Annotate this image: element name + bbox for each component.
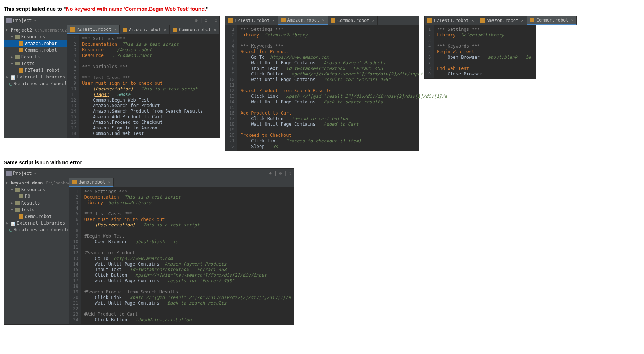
divider-icon: | xyxy=(200,18,202,23)
tab-label: Common.robot xyxy=(536,17,569,23)
code-content[interactable]: *** Settings ***Documentation This is a … xyxy=(79,35,206,138)
close-icon[interactable]: × xyxy=(114,27,117,32)
project-label: Project xyxy=(13,18,32,23)
tree-file-amazon[interactable]: Amazon.robot xyxy=(4,40,67,47)
toolbar: Project ▼ ⊕ | ⚙ | ↧ xyxy=(4,16,219,25)
close-icon[interactable]: × xyxy=(571,18,574,23)
tree-folder-tests[interactable]: ▼Tests xyxy=(4,60,67,67)
ide-panel-1: Project ▼ ⊕ | ⚙ | ↧ ▼Project2C:\JoanMac\… xyxy=(4,16,220,138)
tree-project-root[interactable]: ▼Project2C:\JoanMac\02 Work Files\04 xyxy=(4,27,67,33)
folder-label: Tests xyxy=(21,61,35,66)
gear-icon[interactable]: ⚙ xyxy=(279,171,282,176)
close-icon[interactable]: × xyxy=(471,18,474,23)
code-editor[interactable]: 12345678910111213141516171819202122 *** … xyxy=(225,25,419,151)
code-editor[interactable]: 123456789 *** Settings ***Library Seleni… xyxy=(425,25,536,78)
editor-tabs: P2Test1.robot× Amazon.robot× Common.robo… xyxy=(425,16,536,25)
tree-external-libs[interactable]: ▶External Libraries xyxy=(4,220,69,226)
editor-tabs: P2Test1.robot× Amazon.robot× Common.robo… xyxy=(67,25,219,35)
divider-icon: | xyxy=(274,171,277,176)
tab-common[interactable]: Common.robot× xyxy=(328,16,378,25)
ext-lib-label: External Libraries xyxy=(17,74,65,80)
tree-file-demo[interactable]: demo.robot xyxy=(4,213,69,220)
tab-p2test1[interactable]: P2Test1.robot× xyxy=(67,25,120,34)
file-label: Amazon.robot xyxy=(25,41,57,46)
close-icon[interactable]: × xyxy=(164,28,166,32)
project-name: Project2 xyxy=(10,28,32,33)
ext-lib-label: External Libraries xyxy=(17,221,65,226)
tab-label: Common.robot xyxy=(179,27,211,32)
project-tree[interactable]: ▼keyword-demoC:\JoanMac\02 Work F ▼Resou… xyxy=(4,178,69,324)
folder-label: Results xyxy=(21,200,40,206)
code-content[interactable]: *** Settings ***Documentation This is a … xyxy=(81,187,294,324)
project-icon xyxy=(6,171,12,176)
tab-label: Amazon.robot xyxy=(129,27,161,32)
scratch-label: Scratches and Consoles xyxy=(13,81,67,86)
ide-panel-2: P2Test1.robot× Amazon.robot× Common.robo… xyxy=(225,16,419,151)
tab-amazon[interactable]: Amazon.robot× xyxy=(477,16,527,25)
code-editor[interactable]: 123456789101112131415161718192021222324 … xyxy=(69,187,294,324)
tab-demo[interactable]: demo.robot× xyxy=(69,178,114,187)
folder-label: Tests xyxy=(21,207,35,212)
error-heading: This script failed due to "No keyword wi… xyxy=(4,6,640,12)
tree-folder-tests[interactable]: ▼Tests xyxy=(4,206,69,213)
chart-icon xyxy=(11,75,15,79)
tree-folder-resources[interactable]: ▼Resources xyxy=(4,186,69,193)
tab-amazon[interactable]: Amazon.robot× xyxy=(120,25,169,34)
tab-label: Common.robot xyxy=(337,18,370,23)
tab-p2test1[interactable]: P2Test1.robot× xyxy=(425,16,477,25)
project-tree[interactable]: ▼Project2C:\JoanMac\02 Work Files\04 ▼Re… xyxy=(4,25,67,138)
project-path: C:\JoanMac\02 Work F xyxy=(46,181,69,186)
gear-icon[interactable]: ⚙ xyxy=(205,18,207,23)
target-icon[interactable]: ⊕ xyxy=(195,18,198,23)
ide-panel-3: P2Test1.robot× Amazon.robot× Common.robo… xyxy=(424,16,536,79)
tab-label: P2Test1.robot xyxy=(77,27,111,32)
tab-label: demo.robot xyxy=(78,180,105,185)
error-suffix: " xyxy=(206,6,209,12)
close-icon[interactable]: × xyxy=(214,28,216,32)
tab-p2test1[interactable]: P2Test1.robot× xyxy=(225,16,278,25)
project-dropdown[interactable]: Project ▼ xyxy=(6,18,36,23)
error-prefix: This script failed due to " xyxy=(4,6,66,12)
code-editor[interactable]: 123456789101112131415161718 *** Settings… xyxy=(67,35,219,138)
tree-folder-po[interactable]: PO xyxy=(4,193,69,200)
tab-common[interactable]: Common.robot× xyxy=(170,25,219,34)
target-icon[interactable]: ⊕ xyxy=(269,171,272,176)
code-content[interactable]: *** Settings ***Library Selenium2Library… xyxy=(237,25,450,151)
chevron-down-icon: ▼ xyxy=(34,171,36,175)
folder-label: PO xyxy=(25,194,30,199)
code-content[interactable]: *** Settings ***Library Selenium2Library… xyxy=(434,25,534,78)
tree-project-root[interactable]: ▼keyword-demoC:\JoanMac\02 Work F xyxy=(4,180,69,186)
tree-scratches[interactable]: ▢Scratches and Consoles xyxy=(4,80,67,87)
folder-label: Results xyxy=(21,54,40,59)
line-gutter: 123456789 xyxy=(425,25,434,78)
tree-file-common[interactable]: Common.robot xyxy=(4,47,67,54)
tree-folder-results[interactable]: ▶Results xyxy=(4,54,67,60)
line-gutter: 12345678910111213141516171819202122 xyxy=(225,25,237,151)
tree-folder-results[interactable]: ▶Results xyxy=(4,200,69,206)
collapse-icon[interactable]: ↧ xyxy=(289,171,292,176)
close-icon[interactable]: × xyxy=(521,18,524,23)
tab-amazon[interactable]: Amazon.robot× xyxy=(278,16,328,25)
tree-external-libs[interactable]: ▶External Libraries xyxy=(4,74,67,80)
collapse-icon[interactable]: ↧ xyxy=(215,18,217,23)
divider-icon: | xyxy=(210,18,212,23)
tree-scratches[interactable]: ▢Scratches and Consoles xyxy=(4,226,69,233)
close-icon[interactable]: × xyxy=(322,18,325,23)
close-icon[interactable]: × xyxy=(272,18,275,23)
line-gutter: 123456789101112131415161718192021222324 xyxy=(69,187,81,324)
ide-panel-4: Project ▼ ⊕ | ⚙ | ↧ ▼keyword-demoC:\Joan… xyxy=(4,168,294,325)
close-icon[interactable]: × xyxy=(372,18,375,23)
project-path: C:\JoanMac\02 Work Files\04 xyxy=(35,28,67,33)
tab-label: Amazon.robot xyxy=(287,17,320,23)
scratch-icon: ▢ xyxy=(9,81,12,86)
editor-tabs: demo.robot× xyxy=(69,178,294,187)
project-dropdown[interactable]: Project ▼ xyxy=(6,171,36,176)
scratch-label: Scratches and Consoles xyxy=(13,227,69,232)
project-icon xyxy=(6,18,12,23)
close-icon[interactable]: × xyxy=(108,180,110,185)
tree-file-p2test1[interactable]: P2Test1.robot xyxy=(4,67,67,74)
file-label: demo.robot xyxy=(25,214,52,219)
tree-folder-resources[interactable]: ▼Resources xyxy=(4,33,67,40)
tab-common[interactable]: Common.robot× xyxy=(527,16,577,25)
toolbar: Project ▼ ⊕ | ⚙ | ↧ xyxy=(4,169,294,178)
